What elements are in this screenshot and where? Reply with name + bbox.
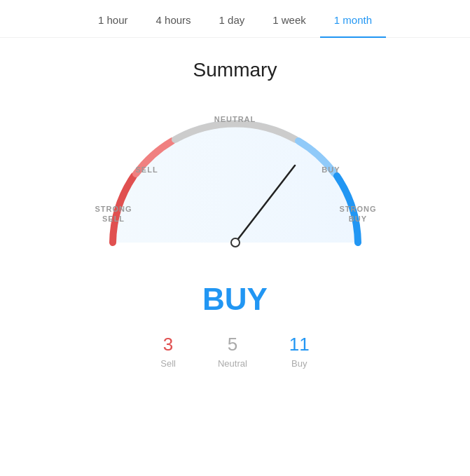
- sell-label-text: Sell: [160, 358, 176, 369]
- tab-1mo[interactable]: 1 month: [320, 8, 386, 32]
- main-content: Summary: [0, 38, 470, 476]
- sell-count: 3: [163, 334, 173, 355]
- stat-buy: 11 Buy: [289, 334, 310, 369]
- stat-sell: 3 Sell: [160, 334, 176, 369]
- timeframe-tabs: 1 hour 4 hours 1 day 1 week 1 month: [0, 0, 470, 38]
- tab-1h[interactable]: 1 hour: [84, 8, 142, 32]
- summary-title: Summary: [193, 59, 277, 81]
- stats-row: 3 Sell 5 Neutral 11 Buy: [160, 334, 310, 369]
- tab-1d[interactable]: 1 day: [205, 8, 259, 32]
- tab-4h[interactable]: 4 hours: [142, 8, 205, 32]
- result-text: BUY: [202, 282, 268, 317]
- tab-1w[interactable]: 1 week: [258, 8, 320, 32]
- svg-point-1: [231, 238, 240, 247]
- neutral-count: 5: [228, 334, 237, 355]
- gauge-container: NEUTRAL SELL BUY STRONGSELL STRONGBUY: [88, 95, 382, 271]
- neutral-label-text: Neutral: [218, 358, 247, 369]
- stat-neutral: 5 Neutral: [218, 334, 247, 369]
- buy-count: 11: [289, 334, 310, 355]
- buy-label-text: Buy: [291, 358, 307, 369]
